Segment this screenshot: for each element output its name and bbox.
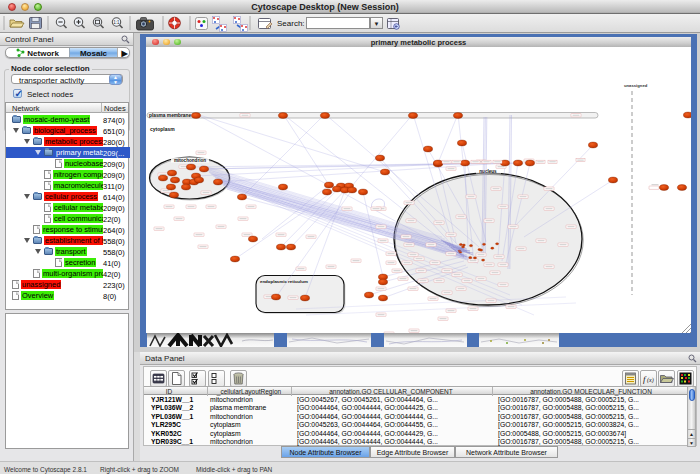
svg-text:1:1: 1:1 xyxy=(113,20,120,25)
svg-text:plasma membrane: plasma membrane xyxy=(149,113,191,118)
svg-text:endoplasmic reticulum: endoplasmic reticulum xyxy=(260,279,308,284)
svg-text:(x): (x) xyxy=(647,377,654,384)
svg-text:mitochondrion: mitochondrion xyxy=(174,158,206,163)
svg-text:nucleus: nucleus xyxy=(479,169,497,174)
svg-text:unassigned: unassigned xyxy=(624,83,648,88)
svg-text:cytoplasm: cytoplasm xyxy=(150,126,175,132)
